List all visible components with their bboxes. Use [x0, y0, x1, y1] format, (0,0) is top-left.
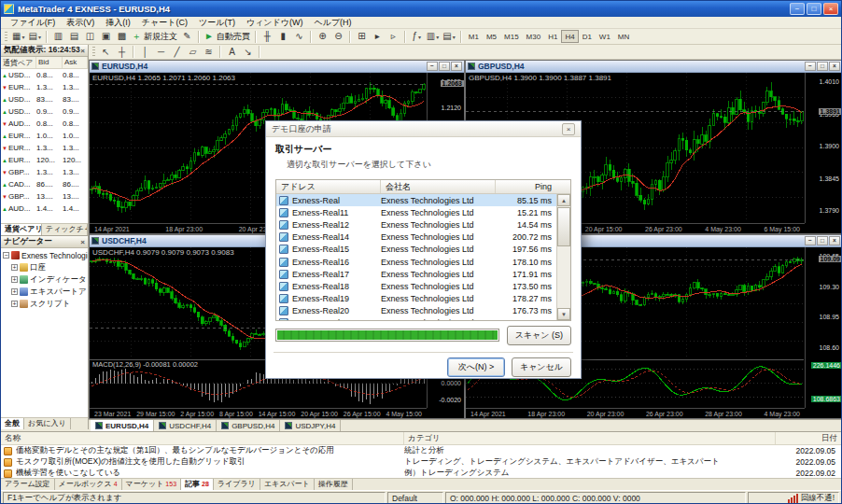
scroll-down-icon[interactable]: ▼	[557, 308, 570, 320]
terminal-tab-library[interactable]: ライブラリ	[214, 479, 260, 490]
chart-minimize-button[interactable]: −	[805, 236, 816, 245]
column-bid[interactable]: Bid	[36, 57, 63, 68]
fibonacci-tool[interactable]: ≋	[201, 45, 217, 59]
server-row[interactable]: Exness-RealExness Technologies Ltd85.15 …	[276, 194, 556, 206]
cancel-button[interactable]: キャンセル	[512, 357, 571, 377]
period-h1-button[interactable]: H1	[544, 30, 561, 43]
market-watch-row[interactable]: ▼GBP...1.3...1.3...	[1, 166, 88, 178]
market-watch-header[interactable]: 気配値表示: 16:24:53 ×	[1, 45, 88, 57]
chart-titlebar[interactable]: EURUSD,H4 − □ ×	[90, 61, 464, 73]
terminal-tab-articles[interactable]: 記事28	[181, 479, 214, 490]
chart-bars-button[interactable]: ╫	[260, 30, 275, 44]
server-row[interactable]: Exness-Real12Exness Technologies Ltd14.5…	[276, 218, 556, 231]
toolbar-grip[interactable]	[5, 32, 7, 42]
menu-item-help[interactable]: ヘルプ(H)	[308, 17, 357, 29]
server-row[interactable]: Exness-Real17Exness Technologies Ltd171.…	[276, 268, 556, 280]
market-watch-row[interactable]: ▼AUD...0.8...0.8...	[1, 118, 88, 130]
menu-item-window[interactable]: ウィンドウ(W)	[241, 17, 309, 29]
channel-tool[interactable]: ▱	[185, 45, 201, 59]
terminal-toggle[interactable]: ▣	[98, 30, 114, 44]
chart-titlebar[interactable]: GBPUSD,H4 − □ ×	[466, 61, 842, 73]
metaeditor-button[interactable]: ✎	[179, 30, 195, 44]
templates-button[interactable]: ▤▾	[441, 30, 456, 44]
menu-item-insert[interactable]: 挿入(I)	[100, 17, 136, 29]
strategy-tester-toggle[interactable]: ▩	[114, 30, 130, 44]
period-m15-button[interactable]: M15	[500, 30, 523, 43]
collapse-icon[interactable]: −	[3, 252, 9, 259]
chart-shift-button[interactable]: ▹	[386, 30, 401, 44]
market-watch-row[interactable]: ▼EUR...1.3...1.3...	[1, 142, 88, 154]
expand-icon[interactable]: +	[11, 276, 18, 283]
column-address[interactable]: アドレス	[276, 180, 381, 193]
chart-restore-button[interactable]: □	[817, 62, 828, 71]
tab-common[interactable]: 全般	[1, 418, 24, 429]
navigator-root[interactable]: −Exness Technologies I	[1, 249, 88, 261]
menu-item-file[interactable]: ファイル(F)	[5, 17, 61, 29]
column-ask[interactable]: Ask	[63, 57, 88, 68]
chart-line-button[interactable]: ∿	[291, 30, 307, 44]
column-company[interactable]: 会社名	[381, 180, 496, 193]
chart-restore-button[interactable]: □	[439, 62, 450, 71]
chart-tab-eurusd[interactable]: EURUSD,H4	[91, 420, 154, 431]
tab-tick-chart[interactable]: ティックチャート	[42, 224, 88, 235]
column-symbol[interactable]: 通貨ペア	[1, 57, 36, 68]
server-row[interactable]: Exness-Real16Exness Technologies Ltd178.…	[276, 256, 556, 268]
indicators-button[interactable]: ƒ▾	[409, 30, 425, 44]
column-category[interactable]: カテゴリ	[404, 432, 776, 444]
tab-favorites[interactable]: お気に入り	[24, 418, 71, 429]
period-m5-button[interactable]: M5	[483, 30, 500, 43]
chart-minimize-button[interactable]: −	[805, 62, 816, 71]
minimize-button[interactable]: −	[790, 3, 805, 15]
chart-close-button[interactable]: ×	[451, 62, 462, 71]
navigator-item-0[interactable]: +口座	[1, 261, 88, 273]
server-row[interactable]: Exness-Real20Exness Technologies Ltd176.…	[276, 305, 556, 317]
chart-restore-button[interactable]: □	[817, 236, 828, 245]
terminal-tab-experts[interactable]: エキスパート	[260, 479, 315, 490]
market-watch-row[interactable]: ▼GBP...13....13....	[1, 190, 88, 203]
server-row[interactable]: Exness-Real19Exness Technologies Ltd178.…	[276, 293, 556, 305]
column-name[interactable]: 名称	[1, 432, 404, 444]
chart-candles-button[interactable]: ▮	[275, 30, 291, 44]
expand-icon[interactable]: +	[11, 301, 18, 307]
scan-button[interactable]: スキャン (S)	[507, 326, 571, 345]
toolbar-grip[interactable]	[92, 47, 95, 57]
tile-windows-button[interactable]: ⊞	[354, 30, 370, 44]
period-mn-button[interactable]: MN	[614, 30, 633, 43]
article-row[interactable]: 機械学習を使いこなしている例）トレーディングシステム2022.09.02	[1, 468, 841, 478]
article-row[interactable]: 価格変動モデルとその主な規定（第1回）、最もシンプルなモデルバージョンとその応用…	[1, 445, 841, 456]
maximize-button[interactable]: □	[807, 3, 821, 15]
period-m30-button[interactable]: M30	[523, 30, 545, 43]
market-watch-row[interactable]: ▲CAD...86....86....	[1, 178, 88, 190]
close-icon[interactable]: ×	[80, 238, 85, 246]
cursor-tool[interactable]: ↖	[98, 45, 114, 59]
expand-icon[interactable]: +	[11, 264, 18, 271]
period-m1-button[interactable]: M1	[465, 30, 483, 43]
tab-symbols[interactable]: 通貨ペアリスト	[1, 224, 42, 235]
close-button[interactable]: ×	[823, 3, 838, 15]
market-watch-row[interactable]: ▲USD...0.9...0.9...	[1, 105, 88, 118]
server-row[interactable]: Exness-Real14Exness Technologies Ltd200.…	[276, 231, 556, 244]
period-w1-button[interactable]: W1	[596, 30, 614, 43]
terminal-tab-market[interactable]: マーケット153	[122, 479, 181, 490]
status-profile[interactable]: Default	[387, 492, 443, 504]
period-d1-button[interactable]: D1	[579, 30, 596, 43]
server-row[interactable]: Exness-Real21Exness Technologies Ltd347.…	[276, 317, 556, 320]
vertical-line-tool[interactable]: │	[137, 45, 153, 59]
navigator-header[interactable]: ナビゲーター ×	[1, 236, 88, 248]
market-watch-row[interactable]: ▲AUD...1.4...1.4...	[1, 203, 88, 215]
crosshair-tool[interactable]: ┼	[114, 45, 130, 59]
chart-tab-gbpusd[interactable]: GBPUSD,H4	[217, 420, 280, 431]
scrollbar[interactable]: ▲ ▼	[556, 194, 570, 320]
data-window-toggle[interactable]: ▤	[66, 30, 82, 44]
menu-item-view[interactable]: 表示(V)	[61, 17, 100, 29]
market-watch-row[interactable]: ▼EUR...1.3...1.3...	[1, 81, 88, 93]
expand-icon[interactable]: +	[11, 288, 18, 295]
market-watch-row[interactable]: ▲USD...0.8...0.8...	[1, 69, 88, 81]
text-tool[interactable]: A	[224, 45, 240, 59]
chart-tab-usdjpy[interactable]: USDJPY,H4	[280, 420, 341, 431]
new-chart-button[interactable]: ▦▾	[10, 30, 26, 44]
chart-close-button[interactable]: ×	[829, 62, 840, 71]
menu-item-charts[interactable]: チャート(C)	[136, 17, 193, 29]
server-row[interactable]: Exness-Real15Exness Technologies Ltd197.…	[276, 244, 556, 256]
auto-trading-button[interactable]: ►自動売買	[203, 30, 252, 44]
